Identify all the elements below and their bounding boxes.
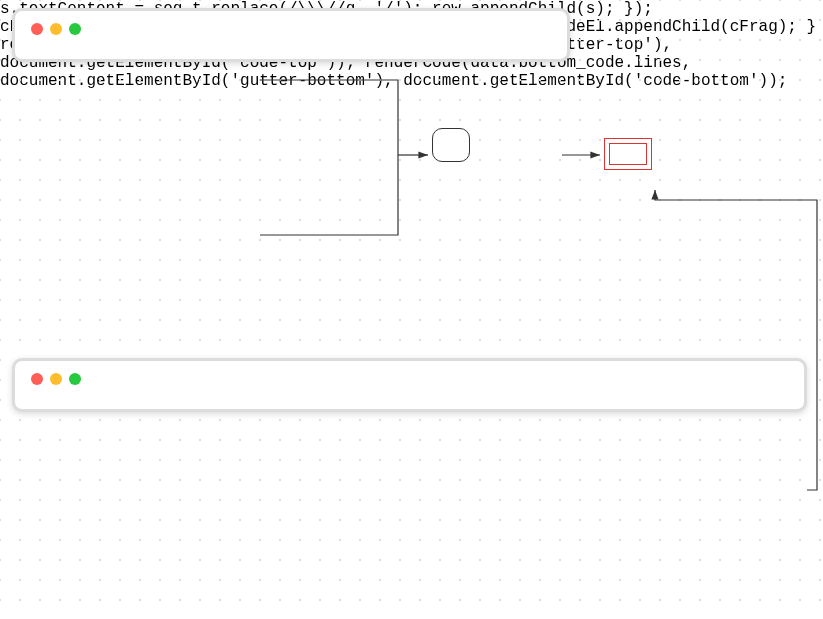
top-code-card <box>12 8 570 62</box>
window-controls <box>31 373 788 385</box>
result-same-effect <box>604 138 652 170</box>
callout-script-tag-pair <box>432 128 470 162</box>
grid-background <box>0 0 823 619</box>
maximize-icon <box>69 373 81 385</box>
maximize-icon <box>69 23 81 35</box>
close-icon <box>31 23 43 35</box>
minimize-icon <box>50 23 62 35</box>
window-controls <box>31 23 551 35</box>
close-icon <box>31 373 43 385</box>
minimize-icon <box>50 373 62 385</box>
bottom-code-card <box>12 358 807 412</box>
